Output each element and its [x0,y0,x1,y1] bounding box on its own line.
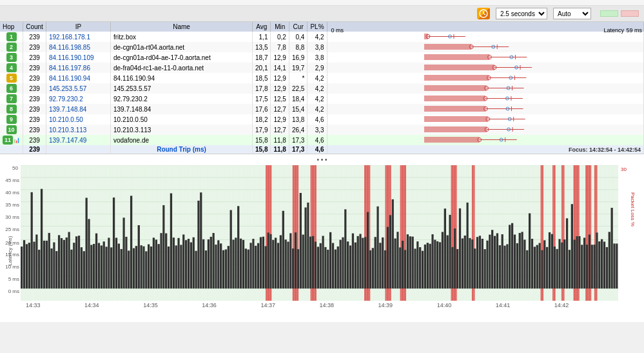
hop-count: 239 [23,42,46,52]
latency-header-label: Latency [603,27,624,34]
hop-cur: 26,4 [289,125,307,135]
table-row: 11📊 239 139.7.147.49 vodafone.de 15,8 11… [0,135,644,145]
hop-latency-bar [327,42,643,52]
hop-cur: 17,3 [289,135,307,145]
interval-icon[interactable] [477,8,490,19]
y-label-top: 50 [12,165,18,171]
hop-cur: 19,7 [289,63,307,73]
hop-number: 3 [0,52,23,63]
hop-name: de-cgn01a-rd04-ae-17-0.aorta.net [111,52,253,63]
focus-select[interactable]: Auto Manual [553,8,591,19]
table-row: 3 239 84.116.190.109 de-cgn01a-rd04-ae-1… [0,52,644,63]
col-avg: Avg [253,22,271,32]
hop-cur: * [289,73,307,83]
hop-count: 239 [23,32,46,42]
hop-min: 11,8 [271,135,289,145]
hop-pl: 3,8 [307,42,327,52]
summary-pl: 4,6 [307,145,327,154]
svg-rect-28 [424,85,487,91]
svg-line-2 [483,14,485,15]
hop-min: 12,5 [271,94,289,104]
latency-bar-svg [423,84,642,92]
table-row: 1 239 192.168.178.1 fritz.box 1,1 0,2 0,… [0,32,644,42]
y-right-top: 30 [621,166,627,172]
hop-ip[interactable]: 139.7.147.49 [46,135,111,145]
hop-name: de-cgn01a-rt04.aorta.net [111,42,253,52]
hop-avg: 17,6 [253,104,271,114]
banner [0,0,644,6]
hop-badge: 11 [3,136,13,145]
summary-hop [0,145,23,154]
hop-ip[interactable]: 139.7.148.84 [46,104,111,114]
hop-name: fritz.box [111,32,253,42]
hop-badge: 1 [6,32,17,41]
svg-rect-33 [424,96,485,101]
chart-area [21,165,618,301]
hop-min: 12,9 [271,73,289,83]
hop-count: 239 [23,135,46,145]
y-label-25: 25 ms [5,227,19,232]
hop-latency-bar [327,114,643,125]
hop-ip[interactable]: 92.79.230.2 [46,94,111,104]
hop-number: 1 [0,32,23,42]
hop-badge: 2 [6,43,17,52]
hop-ip[interactable]: 10.210.3.113 [46,125,111,135]
latency-bar-svg [423,105,642,113]
legend-200ms-box [621,10,639,17]
hop-count: 239 [23,52,46,63]
latency-axis-left: 0 ms [331,27,344,34]
hop-number: 2 [0,42,23,52]
hop-ip[interactable]: 192.168.178.1 [46,32,111,42]
hop-cur: 22,5 [289,83,307,94]
hop-latency-bar [327,104,643,114]
table-row: 10 239 10.210.3.113 10.210.3.113 17,9 12… [0,125,644,135]
y-axis-right: 30 Packet Loss % [618,165,644,301]
interval-select[interactable]: 2.5 seconds 5 seconds 10 seconds [496,8,547,19]
svg-rect-13 [424,54,489,60]
hop-ip[interactable]: 145.253.5.57 [46,83,111,94]
hop-ip[interactable]: 84.116.198.85 [46,42,111,52]
hop-badge: 6 [6,84,17,93]
x-label-6: 14:39 [378,302,393,308]
col-ip: IP [46,22,111,32]
x-axis: 14:33 14:34 14:35 14:36 14:37 14:38 14:3… [0,301,644,310]
chart-canvas [21,165,618,301]
summary-count: 239 [23,145,46,154]
hop-ip[interactable]: 84.116.190.109 [46,52,111,63]
col-name: Name [111,22,253,32]
y-axis-left: 50 45 ms 40 ms 35 ms 30 ms 25 ms 20 ms 1… [0,165,21,301]
hop-latency-bar [327,32,643,42]
y-axis-title: Latency (ms) [7,236,13,266]
svg-rect-18 [424,65,494,70]
latency-bar-svg [423,43,642,51]
table-row: 2 239 84.116.198.85 de-cgn01a-rt04.aorta… [0,42,644,52]
summary-cur: 17,3 [289,145,307,154]
latency-bar-svg [423,125,642,134]
toolbar: 2.5 seconds 5 seconds 10 seconds Auto Ma… [0,6,644,22]
hop-pl: 3,3 [307,125,327,135]
hop-table: Hop Count IP Name Avg Min Cur PL% 0 ms L… [0,22,644,154]
hop-count: 239 [23,125,46,135]
hop-name: 92.79.230.2 [111,94,253,104]
col-min: Min [271,22,289,32]
hop-min: 7,8 [271,42,289,52]
table-row: 7 239 92.79.230.2 92.79.230.2 17,5 12,5 … [0,94,644,104]
hop-ip[interactable]: 84.116.190.94 [46,73,111,83]
hop-count: 239 [23,104,46,114]
hop-badge: 9 [6,115,17,124]
hop-avg: 1,1 [253,32,271,42]
summary-ip [46,145,111,154]
y-label-40: 40 ms [5,190,19,196]
latency-legend [600,10,640,17]
chart-icon[interactable]: 📊 [13,137,20,143]
x-label-4: 14:37 [260,302,275,308]
hop-avg: 18,5 [253,73,271,83]
hop-latency-bar [327,135,643,145]
hop-ip[interactable]: 10.210.0.50 [46,114,111,125]
hop-count: 239 [23,83,46,94]
hop-ip[interactable]: 84.116.197.86 [46,63,111,73]
hop-latency-bar [327,83,643,94]
svg-rect-53 [424,137,480,143]
svg-rect-48 [424,126,487,132]
hop-min: 12,7 [271,125,289,135]
